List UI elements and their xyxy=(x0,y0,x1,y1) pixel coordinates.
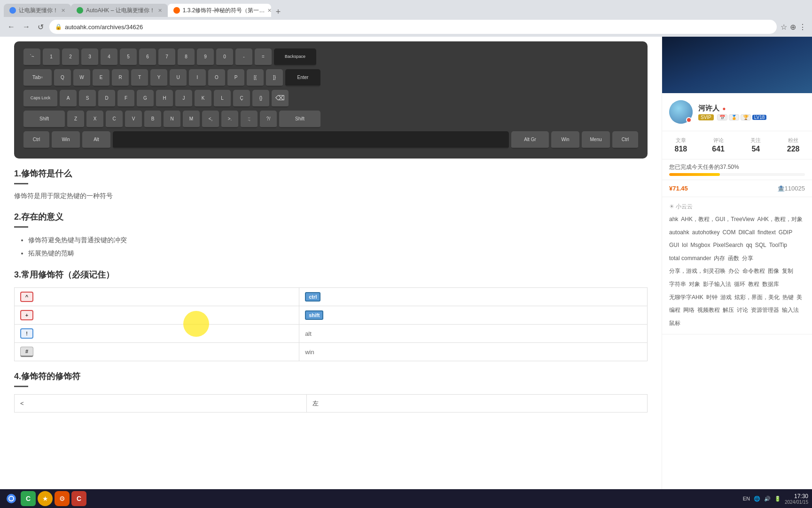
tag-image[interactable]: 图像 xyxy=(768,266,779,277)
tag-colorful-ui[interactable]: 炫彩，界面，美化 xyxy=(734,293,780,303)
key-5[interactable]: 5 xyxy=(120,48,137,66)
key-n[interactable]: N xyxy=(164,111,180,128)
key-semicolon[interactable]: :; xyxy=(241,111,258,128)
key-d[interactable]: D xyxy=(98,90,115,108)
key-7[interactable]: 7 xyxy=(158,48,175,66)
tab-3[interactable]: 1.3.2修饰符-神秘的符号（第一… ✕ xyxy=(168,4,271,17)
key-k[interactable]: K xyxy=(195,90,211,108)
key-m[interactable]: M xyxy=(183,111,200,128)
tag-office[interactable]: 办公 xyxy=(728,266,740,277)
key-r[interactable]: R xyxy=(112,69,129,87)
tag-copy[interactable]: 复制 xyxy=(782,266,793,277)
key-y[interactable]: Y xyxy=(150,69,167,87)
tag-autoahk[interactable]: autoahk xyxy=(669,228,689,238)
tag-memory[interactable]: 内存 xyxy=(714,254,725,264)
tag-loop[interactable]: 循环 xyxy=(734,279,745,290)
key-6[interactable]: 6 xyxy=(139,48,156,66)
key-v[interactable]: V xyxy=(125,111,142,128)
tag-gui[interactable]: GUI xyxy=(669,240,679,251)
key-g[interactable]: G xyxy=(137,90,154,108)
key-braces[interactable]: {} xyxy=(252,90,269,108)
new-tab-button[interactable]: + xyxy=(273,7,284,17)
tag-beauty[interactable]: 美 xyxy=(796,293,802,303)
tag-discussion[interactable]: 讨论 xyxy=(737,305,748,316)
menu-icon[interactable]: ⋮ xyxy=(799,23,806,32)
forward-button[interactable]: → xyxy=(21,21,32,33)
key-f[interactable]: F xyxy=(117,90,134,108)
tag-pixelsearch[interactable]: PixelSearch xyxy=(713,240,743,251)
key-win-right[interactable]: Win xyxy=(551,131,579,149)
key-a[interactable]: A xyxy=(60,90,77,108)
url-box[interactable]: 🔒 autoahk.com/archives/34626 xyxy=(49,20,777,34)
tag-ahk[interactable]: ahk xyxy=(669,214,678,225)
tab3-close[interactable]: ✕ xyxy=(267,8,271,14)
key-backslash[interactable]: ⌫ xyxy=(272,90,289,108)
tag-com[interactable]: COM xyxy=(722,228,735,238)
key-alt-left[interactable]: Alt xyxy=(82,131,110,149)
bookmark-star-icon[interactable]: ☆ xyxy=(781,23,787,32)
taskbar-star-icon[interactable]: ★ xyxy=(38,491,53,506)
tag-clock[interactable]: 时钟 xyxy=(706,293,718,303)
key-3[interactable]: 3 xyxy=(81,48,98,66)
tag-share-game[interactable]: 分享，游戏，剑灵召唤 xyxy=(669,266,726,277)
taskbar-chrome-icon[interactable] xyxy=(4,491,19,506)
taskbar-red-c-icon[interactable]: C xyxy=(71,491,86,506)
tag-ahk-gui-treeview[interactable]: AHK，教程，GUI，TreeView xyxy=(681,214,754,225)
key-rbracket[interactable]: ]} xyxy=(266,69,283,87)
key-8[interactable]: 8 xyxy=(178,48,195,66)
key-menu[interactable]: Menu xyxy=(582,131,610,149)
tab-2[interactable]: AutoAHK – 让电脑更懂你！ ✕ xyxy=(71,4,168,17)
key-0[interactable]: 0 xyxy=(216,48,233,66)
key-4[interactable]: 4 xyxy=(101,48,117,66)
tag-video-tutorial[interactable]: 视频教程 xyxy=(697,305,720,316)
taskbar-green-icon[interactable]: C xyxy=(21,491,36,506)
key-1[interactable]: 1 xyxy=(43,48,60,66)
key-tab[interactable]: Tab= xyxy=(23,69,52,87)
reload-button[interactable]: ↺ xyxy=(36,21,46,33)
key-p[interactable]: P xyxy=(227,69,244,87)
tag-dllcall[interactable]: DllCall xyxy=(738,228,755,238)
key-shift-right[interactable]: Shift xyxy=(279,111,320,128)
tag-shadow-input[interactable]: 影子输入法 xyxy=(703,279,731,290)
tag-study-ahk[interactable]: 无聊学字AHK xyxy=(669,293,703,303)
key-x[interactable]: X xyxy=(86,111,103,128)
key-backspace[interactable]: Backspace xyxy=(274,48,316,66)
tag-findtext[interactable]: findtext xyxy=(757,228,776,238)
key-comma[interactable]: <, xyxy=(202,111,219,128)
tab-1[interactable]: 让电脑更懂你！ ✕ xyxy=(4,4,71,17)
tag-unzip[interactable]: 解压 xyxy=(723,305,734,316)
tag-input-method[interactable]: 输入法 xyxy=(782,305,799,316)
key-ctrl-left[interactable]: Ctrl xyxy=(23,131,49,149)
tag-functions[interactable]: 函数 xyxy=(728,254,739,264)
tag-total-commander[interactable]: total commander xyxy=(669,254,711,264)
tag-mouse[interactable]: 鼠标 xyxy=(669,318,680,329)
tag-autohotkey[interactable]: autohotkey xyxy=(692,228,720,238)
tag-qq[interactable]: qq xyxy=(746,240,752,251)
key-altgr[interactable]: Alt Gr xyxy=(511,131,549,149)
key-o[interactable]: O xyxy=(208,69,225,87)
tag-msgbox[interactable]: Msgbox xyxy=(690,240,710,251)
key-j[interactable]: J xyxy=(175,90,192,108)
key-tilde[interactable]: `~ xyxy=(23,48,40,66)
tag-ahk-obj[interactable]: AHK，教程，对象 xyxy=(757,214,803,225)
key-s[interactable]: S xyxy=(79,90,96,108)
key-h[interactable]: H xyxy=(156,90,173,108)
tag-games[interactable]: 游戏 xyxy=(720,293,732,303)
key-c-cedilla[interactable]: Ç xyxy=(233,90,250,108)
tag-share[interactable]: 分享 xyxy=(742,254,753,264)
tag-programming[interactable]: 编程 xyxy=(669,305,680,316)
key-c[interactable]: C xyxy=(106,111,123,128)
tag-resource-manager[interactable]: 资源管理器 xyxy=(751,305,779,316)
key-w[interactable]: W xyxy=(73,69,90,87)
back-button[interactable]: ← xyxy=(6,21,17,33)
key-t[interactable]: T xyxy=(131,69,148,87)
key-period[interactable]: >. xyxy=(221,111,238,128)
key-spacebar[interactable] xyxy=(113,131,509,149)
key-lbracket[interactable]: [{ xyxy=(247,69,264,87)
tag-tooltip[interactable]: ToolTip xyxy=(769,240,787,251)
tag-tutorial[interactable]: 教程 xyxy=(748,279,759,290)
key-i[interactable]: I xyxy=(189,69,206,87)
key-2[interactable]: 2 xyxy=(62,48,79,66)
key-u[interactable]: U xyxy=(170,69,187,87)
key-q[interactable]: Q xyxy=(54,69,71,87)
